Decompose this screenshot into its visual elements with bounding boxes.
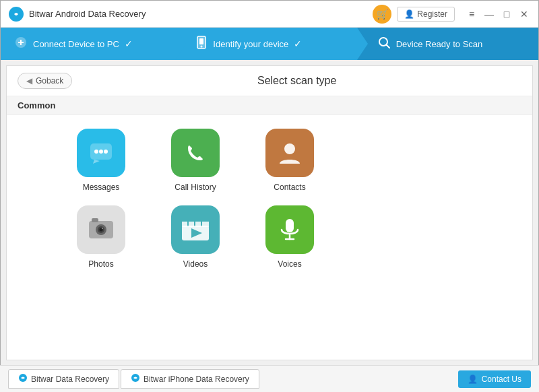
svg-rect-21	[195, 222, 201, 227]
identify-icon	[195, 36, 208, 52]
svg-rect-24	[286, 219, 294, 232]
register-icon: 👤	[404, 9, 414, 19]
step-scan-label: Device Ready to Scan	[396, 39, 483, 49]
app-title: Bitwar Android Data Recovery	[29, 9, 146, 19]
maximize-button[interactable]: □	[501, 8, 513, 20]
step-scan: Device Ready to Scan	[357, 28, 538, 60]
bottom-bar: Bitwar Data Recovery Bitwar iPhone Data …	[0, 365, 539, 392]
icon-row-1: Messages Call History Contacts	[34, 129, 505, 192]
voices-label: Voices	[278, 259, 301, 269]
scan-icon	[377, 36, 391, 52]
svg-point-9	[99, 150, 103, 154]
videos-icon	[171, 205, 220, 254]
contacts-label: Contacts	[274, 183, 305, 192]
contacts-item[interactable]: Contacts	[263, 129, 317, 192]
svg-point-10	[104, 150, 108, 154]
svg-rect-13	[92, 218, 98, 222]
svg-rect-19	[182, 222, 187, 227]
scan-type-title: Select scan type	[72, 75, 521, 87]
photos-icon	[77, 205, 125, 254]
step-identify-check: ✓	[294, 38, 302, 49]
svg-point-4	[201, 46, 203, 48]
contact-icon: 👤	[468, 374, 478, 384]
title-right: 🛒 👤 Register ≡ — □ ✕	[373, 5, 530, 24]
tab-bitwar-icon	[18, 373, 28, 385]
messages-item[interactable]: Messages	[74, 129, 128, 192]
svg-line-6	[386, 45, 389, 48]
step-connect-check: ✓	[125, 38, 133, 49]
window-controls: ≡ — □ ✕	[466, 8, 530, 20]
photos-item[interactable]: Photos	[74, 205, 128, 269]
tab-bitwar-iphone[interactable]: Bitwar iPhone Data Recovery	[121, 369, 259, 389]
goback-label: Goback	[36, 76, 63, 86]
menu-button[interactable]: ≡	[466, 8, 478, 20]
register-button[interactable]: 👤 Register	[397, 7, 455, 22]
voices-icon	[265, 205, 314, 254]
videos-item[interactable]: Videos	[168, 205, 222, 269]
step-connect-label: Connect Device to PC	[33, 39, 119, 49]
messages-icon	[77, 129, 125, 177]
tab-bitwar-data-label: Bitwar Data Recovery	[31, 374, 109, 384]
contact-label: Contact Us	[482, 374, 521, 384]
tab-iphone-icon	[131, 373, 140, 385]
goback-arrow-icon: ◀	[26, 76, 32, 86]
svg-point-17	[102, 228, 103, 229]
voices-item[interactable]: Voices	[263, 205, 317, 269]
register-label: Register	[417, 9, 447, 19]
title-left: Bitwar Android Data Recovery	[9, 7, 146, 22]
close-button[interactable]: ✕	[518, 8, 530, 20]
main-content: ◀ Goback Select scan type Common Messag	[6, 65, 533, 360]
tab-bitwar-data-recovery[interactable]: Bitwar Data Recovery	[8, 369, 119, 389]
svg-rect-22	[202, 222, 209, 227]
tab-bitwar-iphone-label: Bitwar iPhone Data Recovery	[144, 374, 249, 384]
photos-label: Photos	[88, 259, 113, 269]
step-identify-arrow	[357, 28, 368, 60]
sub-header: ◀ Goback Select scan type	[7, 66, 532, 96]
step-identify: Identify your device ✓	[175, 28, 356, 60]
svg-point-8	[94, 150, 98, 154]
app-logo	[9, 7, 24, 22]
common-section-label: Common	[7, 96, 532, 115]
contacts-icon	[265, 129, 314, 177]
icon-row-2: Photos Videos	[34, 205, 505, 269]
step-identify-label: Identify your device	[213, 39, 288, 49]
videos-label: Videos	[183, 259, 208, 269]
store-button[interactable]: 🛒	[373, 5, 391, 24]
step-bar: Connect Device to PC ✓ Identify your dev…	[1, 28, 538, 60]
bottom-tabs: Bitwar Data Recovery Bitwar iPhone Data …	[8, 369, 259, 389]
messages-label: Messages	[83, 183, 120, 192]
goback-button[interactable]: ◀ Goback	[18, 73, 72, 89]
minimize-button[interactable]: —	[483, 8, 495, 20]
svg-rect-3	[199, 38, 203, 44]
svg-point-11	[284, 143, 295, 154]
call-history-item[interactable]: Call History	[168, 129, 222, 192]
call-history-icon	[171, 129, 220, 177]
title-bar: Bitwar Android Data Recovery 🛒 👤 Registe…	[1, 1, 538, 28]
contact-us-button[interactable]: 👤 Contact Us	[458, 370, 531, 388]
call-history-label: Call History	[175, 183, 216, 192]
connect-icon	[14, 36, 28, 52]
step-connect: Connect Device to PC ✓	[1, 28, 175, 60]
scan-type-grid: Messages Call History Contacts	[7, 115, 532, 282]
step-connect-arrow	[175, 28, 186, 60]
svg-rect-20	[189, 222, 194, 227]
